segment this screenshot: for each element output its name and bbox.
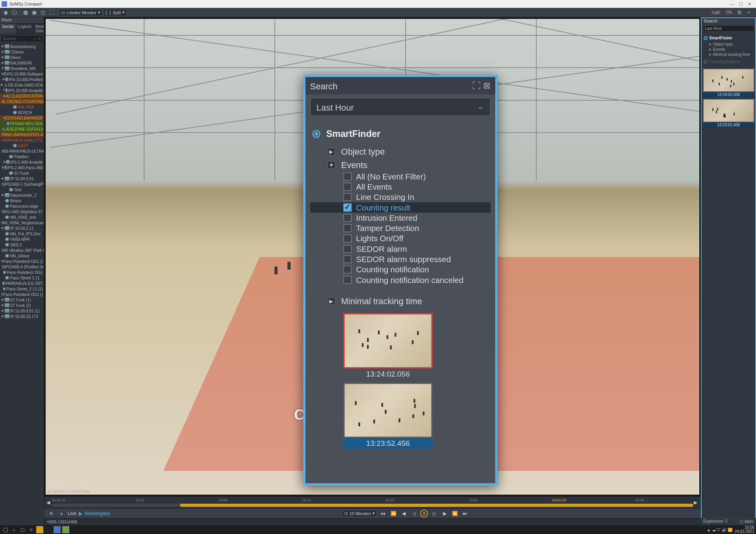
tree-item[interactable]: NN_H264_Vergleichcam (0, 220, 44, 225)
result-thumb[interactable]: 13:23:52.456 (703, 99, 754, 127)
terminal-icon[interactable] (45, 526, 52, 533)
tree-item[interactable]: BOSCH (0, 110, 44, 115)
step-fwd-icon[interactable]: ▶ (441, 510, 448, 517)
tree-item[interactable]: Pano Parkdeck OG1 () (0, 259, 44, 264)
more-link[interactable]: ⓘ Mehr (739, 519, 754, 525)
tree-item[interactable]: PARKHAUS-ANALYTIC (0, 137, 44, 143)
popup-close-icon[interactable]: ⊠ (483, 81, 491, 91)
grid-icon[interactable]: ▦ (22, 9, 30, 17)
search-icon[interactable]: ⌕ (10, 526, 17, 533)
event-option[interactable]: Counting notification canceled (310, 275, 491, 285)
timeline-next-icon[interactable]: ▶ (694, 500, 699, 504)
tray-icons[interactable]: ▲ ☁ 🛡 🔊 📶 (707, 528, 732, 532)
tree-item[interactable]: ▶IP:10.69.9.91 (0, 176, 44, 181)
skip-end-icon[interactable]: ⏭ (461, 510, 469, 517)
tree-item[interactable]: SAST (0, 143, 44, 148)
tree-item[interactable]: Pano Street 2.11 (0, 275, 44, 281)
tree-item[interactable]: Pano Street_2.11 (1) (0, 286, 44, 292)
popup-thumb[interactable]: 13:23:52.456 (343, 383, 432, 449)
tree-item[interactable]: AIA-HDA (0, 104, 44, 110)
tree-item[interactable]: ▶IPS-10.000-Software (0, 71, 44, 77)
smartfinder-radio[interactable]: SmartFinder (704, 36, 754, 40)
tree-item[interactable]: ▶IP:10.69.9.91 (1) (0, 308, 44, 314)
tree-item[interactable]: AI CROWD COUNTING (0, 99, 44, 104)
popup-object-type[interactable]: ▶ Object type (310, 145, 491, 158)
skip-start-icon[interactable]: ⏮ (379, 510, 387, 517)
tree-item[interactable]: Pano Parkdeck OG1 (0, 270, 44, 275)
tree-item[interactable]: ▶CDemo (0, 49, 44, 55)
next-frame-icon[interactable]: ▷ (430, 510, 438, 517)
event-option[interactable]: SEDOR alarm (310, 244, 491, 254)
search-range-select[interactable]: Last Hour (703, 25, 754, 32)
tree-item[interactable]: ▶Ausmusterung (0, 44, 44, 49)
timeline-prev-icon[interactable]: ◀ (46, 500, 51, 504)
prev-frame-icon[interactable]: ◁ (410, 510, 418, 517)
edge-icon[interactable]: e (28, 526, 35, 533)
tree-item[interactable]: ▶IPS-2.400-Pano-360 (0, 165, 44, 170)
event-option[interactable]: Tamper Detection (310, 223, 491, 233)
popup-smartfinder-radio[interactable]: SmartFinder (312, 129, 488, 139)
maximize-button[interactable]: ☐ (739, 2, 743, 7)
event-option[interactable]: All Events (310, 182, 491, 192)
play-small-icon[interactable]: ▶ (79, 511, 82, 516)
popup-events[interactable]: ▼ Events (310, 158, 491, 172)
popup-expand-icon[interactable]: ⛶ (472, 81, 481, 91)
event-option[interactable]: Lights On/Off (310, 233, 491, 244)
tree-item[interactable]: ▼IPS-10.000-Analytik (0, 88, 44, 93)
mode-live[interactable]: Live (68, 511, 76, 516)
split-select[interactable]: ▯ 1 Split ▾ (103, 9, 127, 16)
event-option[interactable]: Line Crossing In (310, 192, 491, 202)
tree-item[interactable]: NN_Pol_IPS-Dev (0, 231, 44, 237)
tree-item[interactable]: WB-PARKHAUS-ULTRA (0, 148, 44, 154)
tree-item[interactable]: VN83-NPR (0, 237, 44, 242)
result-thumb[interactable]: 13:24:02.056 (703, 68, 754, 97)
event-option[interactable]: Intrusion Entered (310, 212, 491, 223)
tree-item[interactable]: SRS-VM3 (Nightline S7 Funk) (0, 209, 44, 214)
device-tree[interactable]: ▶Ausmusterung▶CDemo▶Direct▶KALKWERK▼Show… (0, 43, 44, 320)
tree-item[interactable]: DDF5450 BAHNHOF (0, 115, 44, 121)
event-option[interactable]: Counting notification (310, 264, 491, 275)
step-back-icon[interactable]: ◀ (400, 510, 408, 517)
tree-item[interactable]: DF5400 NEU-SDK (0, 121, 44, 126)
tab-logical[interactable]: Logisch (16, 24, 33, 34)
tree-item[interactable]: Panomera edge (0, 203, 44, 209)
add-icon[interactable]: + (745, 9, 753, 17)
tree-item[interactable]: SIPS2400-1 (Gehweg/Parken) (0, 181, 44, 187)
mode-playback[interactable]: Wiedergabe (85, 511, 110, 516)
tree-item[interactable]: ▶1.OG Ente-S400-VCA (0, 82, 44, 88)
tree-item[interactable]: ▶Hausreorder_2 (0, 192, 44, 198)
timerange-select[interactable]: ◷ 10 Minuten ▾ (342, 510, 377, 517)
tree-item[interactable]: Bristol (0, 198, 44, 203)
tree-item[interactable]: Test (0, 187, 44, 192)
tab-devices[interactable]: Geräte (0, 24, 16, 34)
sub-tracking-time[interactable]: ▶Minimal tracking time (709, 52, 754, 57)
rewind-icon[interactable]: ⏪ (389, 510, 397, 517)
layout-icon[interactable]: ▣ (30, 9, 38, 17)
tree-item[interactable]: NN_Gleise (0, 253, 44, 259)
tree-item[interactable]: ▶IP:10.69.2.11 (0, 225, 44, 231)
start-icon[interactable]: ◯ (2, 526, 9, 533)
tree-item[interactable]: LADEZONE SDF5410 (0, 126, 44, 132)
split-icon[interactable]: ◫ (39, 9, 47, 17)
tree-item[interactable]: ▶S7 Funk (1) (0, 297, 44, 303)
tree-item[interactable]: ▶S7 Funk (2) (0, 303, 44, 308)
tree-item[interactable]: ▶IPS-2.400-Analytik (0, 159, 44, 165)
live-icon[interactable]: ● (57, 510, 65, 517)
event-option[interactable]: All (No Event Filter) (310, 171, 491, 181)
tree-item[interactable]: S7 Funk (0, 170, 44, 176)
event-option[interactable]: Counting result (310, 202, 491, 212)
tree-item[interactable]: ▶KALKWERK (0, 60, 44, 66)
popup-thumb[interactable]: 13:24:02.056 (343, 313, 432, 379)
tree-item[interactable]: ▼Showtime_NN (0, 66, 44, 71)
minimize-button[interactable]: — (730, 2, 734, 7)
monitor-select[interactable]: ▭ Lokaler Monitor ▾ (59, 9, 102, 16)
expand-icon[interactable]: ⛶ (48, 9, 56, 17)
sidebar-search[interactable]: Suchen ⌕ ✕ (1, 35, 43, 42)
tree-item[interactable]: Paletten (0, 154, 44, 159)
tree-item[interactable]: AI CLASSIFICATION (0, 93, 44, 99)
tree-item[interactable]: SRS-2 (0, 242, 44, 248)
tree-item[interactable]: PARKHAUS-EG OST (0, 281, 44, 286)
popup-tracking-time[interactable]: ▶ Minimal tracking time (310, 294, 491, 308)
tree-item[interactable]: NN_H265_test (0, 214, 44, 220)
event-option[interactable]: SEDOR alarm suppressed (310, 254, 491, 264)
